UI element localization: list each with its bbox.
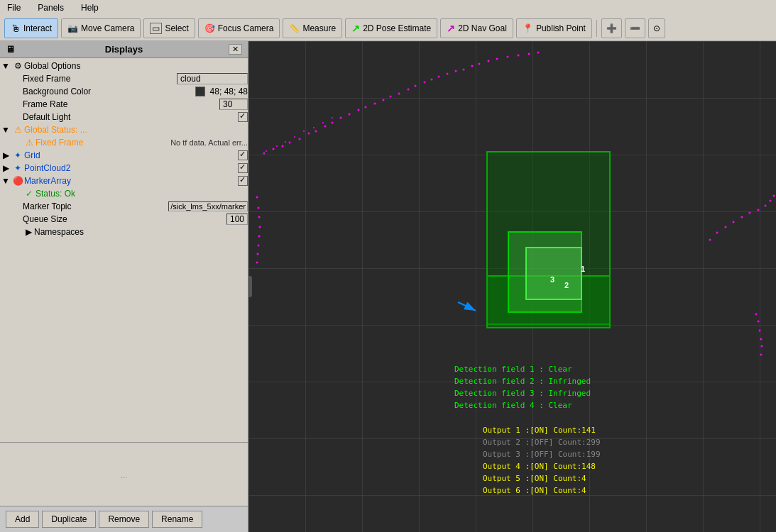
pose-estimate-label: 2D Pose Estimate — [363, 23, 431, 33]
panel-close-button[interactable]: ✕ — [229, 44, 242, 55]
tree-item-fixed-frame: Fixed Frame cloud — [0, 72, 248, 85]
detection-field-4-status: Clear — [548, 401, 572, 410]
output-2: Output 2 :[OFF] Count:299 — [483, 436, 601, 448]
zoom-out-button[interactable]: ➖ — [625, 18, 645, 38]
detection-field-3: Detection field 3 : Infringed — [454, 387, 591, 399]
menu-help[interactable]: Help — [77, 1, 103, 14]
queue-size-value[interactable]: 100 — [226, 214, 248, 225]
rviz-viewport[interactable]: 1 2 3 Detection field 1 : Clear Detectio… — [248, 41, 776, 532]
svg-point-63 — [761, 345, 763, 348]
svg-point-13 — [374, 103, 376, 105]
svg-point-1 — [273, 148, 275, 150]
select-button[interactable]: ▭ Select — [143, 18, 195, 38]
svg-point-48 — [256, 262, 258, 264]
expand-arrow-pointcloud[interactable]: ▶ — [0, 163, 11, 173]
left-panel: 🖥 Displays ✕ ▼ ⚙ Global Options Fixed Fr… — [0, 41, 248, 532]
svg-point-55 — [758, 209, 760, 211]
namespaces-label: Namespaces — [34, 227, 248, 237]
svg-point-16 — [398, 93, 400, 95]
expand-arrow-status[interactable]: ▼ — [0, 125, 11, 135]
svg-point-42 — [258, 207, 260, 209]
svg-point-51 — [725, 226, 727, 228]
menu-file[interactable]: File — [3, 1, 25, 14]
interact-icon: 🖱 — [11, 23, 21, 34]
tree-item-markerarray[interactable]: ▼ 🔴 MarkerArray — [0, 174, 248, 187]
expand-arrow-marker[interactable]: ▼ — [0, 176, 11, 186]
svg-point-2 — [282, 145, 284, 148]
fixed-frame-label: Fixed Frame — [23, 74, 174, 84]
svg-point-6 — [315, 131, 317, 133]
remove-button[interactable]: Remove — [99, 511, 149, 528]
main-layout: 🖥 Displays ✕ ▼ ⚙ Global Options Fixed Fr… — [0, 41, 776, 532]
svg-point-20 — [431, 79, 433, 81]
marker-topic-value[interactable]: /sick_lms_5xx/marker — [168, 201, 248, 211]
markerarray-checkbox[interactable] — [238, 176, 248, 186]
output-6: Output 6 :[ON] Count:4 — [483, 484, 601, 497]
marker-label-1: 1 — [581, 265, 585, 273]
frame-rate-value[interactable]: 30 — [219, 99, 248, 110]
svg-point-35 — [285, 141, 286, 143]
panel-title: Displays — [105, 44, 143, 55]
marker-icon: 🔴 — [11, 176, 24, 186]
fixed-frame-value[interactable]: cloud — [177, 73, 248, 84]
fixed-frame-error-value: No tf data. Actual err... — [170, 138, 248, 147]
svg-point-44 — [259, 226, 261, 228]
select-label: Select — [165, 23, 188, 33]
svg-point-34 — [276, 145, 278, 147]
svg-point-43 — [258, 216, 261, 218]
grid-checkbox[interactable] — [238, 150, 248, 160]
pose-estimate-button[interactable]: ↗ 2D Pose Estimate — [345, 18, 437, 38]
focus-camera-button[interactable]: 🎯 Focus Camera — [198, 18, 280, 38]
tree-item-pointcloud2[interactable]: ▶ ✦ PointCloud2 — [0, 162, 248, 174]
queue-size-label: Queue Size — [23, 214, 224, 224]
nav-goal-button[interactable]: ↗ 2D Nav Goal — [440, 18, 513, 38]
panel-icon: 🖥 — [6, 44, 15, 55]
grid-icon: ✦ — [11, 150, 24, 160]
pointcloud-icon: ✦ — [11, 163, 24, 173]
ok-icon: ✓ — [23, 189, 35, 199]
tree-item-grid[interactable]: ▶ ✦ Grid — [0, 149, 248, 162]
tree-item-global-status[interactable]: ▼ ⚠ Global Status: ... — [0, 123, 248, 136]
svg-point-26 — [479, 63, 481, 65]
detection-field-3-status: Infringed — [548, 389, 591, 398]
pointcloud2-checkbox[interactable] — [238, 163, 248, 173]
pose-icon: ↗ — [351, 23, 360, 34]
bg-color-swatch[interactable] — [195, 87, 205, 96]
focus-camera-label: Focus Camera — [218, 23, 274, 33]
svg-point-38 — [313, 127, 315, 128]
bottom-buttons: Add Duplicate Remove Rename — [0, 506, 248, 532]
toolbar-separator-1 — [596, 20, 597, 37]
default-light-checkbox[interactable] — [238, 112, 248, 122]
displays-tree: ▼ ⚙ Global Options Fixed Frame cloud Bac… — [0, 58, 248, 442]
duplicate-button[interactable]: Duplicate — [42, 511, 96, 528]
move-camera-button[interactable]: 📷 Move Camera — [61, 18, 141, 38]
move-camera-label: Move Camera — [81, 23, 134, 33]
zoom-in-button[interactable]: ➕ — [601, 18, 622, 38]
view-button[interactable]: ⊙ — [648, 18, 665, 38]
add-button[interactable]: Add — [6, 511, 39, 528]
tree-item-namespaces[interactable]: ▶ Namespaces — [0, 226, 248, 238]
svg-point-10 — [349, 113, 351, 116]
detection-overlay: Detection field 1 : Clear Detection fiel… — [454, 363, 591, 411]
publish-point-button[interactable]: 📍 Publish Point — [516, 18, 592, 38]
tree-item-status-ok: ✓ Status: Ok — [0, 187, 248, 200]
detection-field-1-label: Detection field 1 : — [454, 365, 544, 374]
expand-arrow-grid[interactable]: ▶ — [0, 150, 11, 160]
tree-item-global-options[interactable]: ▼ ⚙ Global Options — [0, 60, 248, 72]
rename-button[interactable]: Rename — [152, 511, 202, 528]
svg-point-59 — [755, 314, 758, 316]
expand-arrow-namespaces[interactable]: ▶ — [23, 227, 34, 237]
svg-point-31 — [528, 53, 530, 55]
svg-point-52 — [733, 221, 735, 223]
properties-area: ... — [0, 442, 248, 506]
bg-color-label: Background Color — [23, 87, 195, 96]
output-5: Output 5 :[ON] Count:4 — [483, 472, 601, 484]
expand-arrow[interactable]: ▼ — [0, 61, 11, 71]
interact-button[interactable]: 🖱 Interact — [4, 18, 58, 38]
svg-point-22 — [447, 73, 449, 75]
resize-handle[interactable] — [248, 276, 252, 297]
svg-point-4 — [299, 138, 301, 140]
menu-panels[interactable]: Panels — [33, 1, 68, 14]
measure-button[interactable]: 📏 Measure — [283, 18, 342, 38]
panel-header: 🖥 Displays ✕ — [0, 41, 248, 58]
